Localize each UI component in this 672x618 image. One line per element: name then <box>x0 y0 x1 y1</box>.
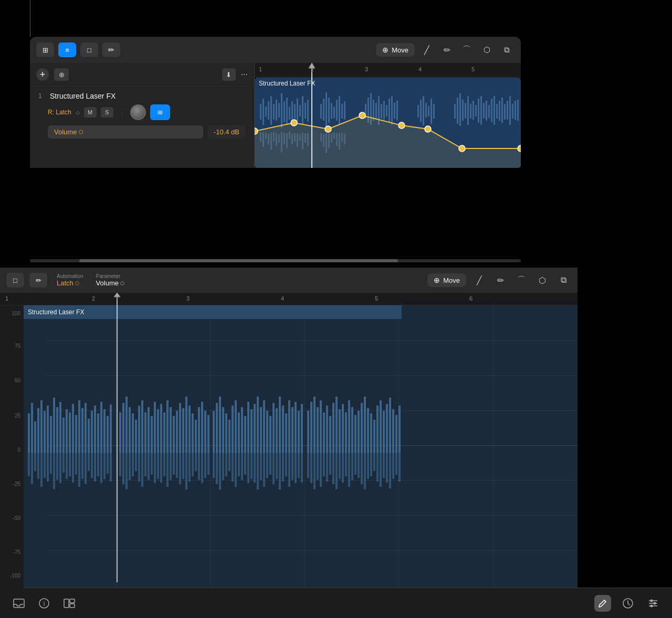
svg-rect-333 <box>364 453 366 489</box>
scrollbar-top[interactable] <box>30 259 521 262</box>
svg-rect-168 <box>201 402 203 453</box>
svg-rect-222 <box>376 406 379 453</box>
svg-rect-174 <box>222 407 224 453</box>
svg-point-357 <box>654 602 656 604</box>
bottom-window-button[interactable]: □ <box>6 273 24 287</box>
track-options-dots[interactable]: ⋮ <box>118 108 126 118</box>
volume-knob[interactable] <box>130 104 146 120</box>
svg-rect-193 <box>282 406 284 453</box>
svg-rect-82 <box>278 134 280 143</box>
parameter-value-dropdown[interactable]: Volume ⬡ <box>96 279 124 287</box>
svg-rect-202 <box>313 397 316 453</box>
bottom-track-area: 100 75 50 25 0 -25 -50 -75 -100 Structur… <box>0 305 578 589</box>
svg-rect-321 <box>326 453 328 482</box>
svg-rect-272 <box>166 453 169 487</box>
svg-rect-338 <box>380 453 382 487</box>
bottom-copy-button[interactable]: ⧉ <box>555 273 571 287</box>
pencil-button[interactable]: ✏ <box>102 42 120 57</box>
inbox-icon-btn[interactable] <box>10 595 27 612</box>
svg-rect-240 <box>59 453 61 483</box>
svg-rect-191 <box>276 408 278 453</box>
svg-rect-247 <box>81 453 83 479</box>
svg-rect-43 <box>417 105 419 118</box>
svg-rect-142 <box>119 412 121 453</box>
svg-rect-295 <box>241 453 243 480</box>
svg-point-359 <box>650 604 653 607</box>
bottom-pen-button[interactable]: ╱ <box>471 273 487 287</box>
svg-rect-52 <box>459 93 461 126</box>
info-icon-btn[interactable]: i <box>36 595 52 612</box>
latch-chevron[interactable]: ◇ <box>76 110 80 115</box>
window-button[interactable]: □ <box>80 42 98 57</box>
scrollbar-thumb-top <box>79 259 398 262</box>
move-button[interactable]: ⊕ Move <box>376 43 415 57</box>
equalizer-icon-btn[interactable] <box>645 595 662 612</box>
bottom-brush-button[interactable]: ✏ <box>492 273 508 287</box>
pencil-active-btn[interactable] <box>594 595 611 612</box>
bottom-marquee-button[interactable]: ⬡ <box>534 273 550 287</box>
svg-rect-318 <box>317 453 319 480</box>
svg-rect-341 <box>389 453 391 488</box>
svg-rect-298 <box>250 453 253 479</box>
embed-button[interactable]: ⊕ <box>54 68 69 81</box>
audio-track-top[interactable]: Structured Laser FX <box>255 78 521 168</box>
clock-icon-btn[interactable] <box>620 595 636 612</box>
layout-icon-btn[interactable] <box>61 595 78 612</box>
ruler-mark-1: 1 <box>259 66 262 72</box>
more-options-button[interactable]: ··· <box>241 70 248 79</box>
svg-rect-24 <box>331 103 332 119</box>
copy-tool-button[interactable]: ⧉ <box>499 42 514 57</box>
svg-rect-196 <box>291 407 293 453</box>
svg-rect-319 <box>320 453 322 487</box>
pen-tool-button[interactable]: ╱ <box>419 42 435 57</box>
svg-rect-208 <box>332 403 334 453</box>
svg-rect-143 <box>122 403 124 453</box>
grid-button[interactable]: ⊞ <box>36 42 54 57</box>
bottom-ruler: 1 2 3 4 5 6 <box>0 293 578 305</box>
add-track-button[interactable]: + <box>36 68 49 81</box>
svg-rect-223 <box>380 400 382 453</box>
svg-rect-66 <box>496 104 498 119</box>
curve-tool-button[interactable]: ⌒ <box>459 42 475 57</box>
volume-dropdown[interactable]: Volume ⬡ <box>48 125 203 138</box>
svg-rect-331 <box>358 453 360 478</box>
track-name: Structured Laser FX <box>50 92 116 100</box>
svg-rect-139 <box>103 409 106 453</box>
bottom-curve-button[interactable]: ⌒ <box>513 273 529 287</box>
solo-button[interactable]: S <box>101 107 113 118</box>
svg-rect-57 <box>472 101 474 120</box>
svg-rect-64 <box>491 99 492 122</box>
svg-rect-326 <box>342 453 344 483</box>
brush-tool-button[interactable]: ✏ <box>439 42 455 57</box>
svg-rect-45 <box>423 96 424 125</box>
svg-rect-37 <box>383 101 385 120</box>
svg-rect-238 <box>53 453 55 489</box>
waveform-button[interactable]: ≋ <box>150 104 170 120</box>
svg-rect-136 <box>94 406 96 453</box>
automation-value-dropdown[interactable]: Latch ⬡ <box>57 279 83 287</box>
svg-rect-27 <box>339 96 340 125</box>
svg-rect-53 <box>462 100 464 121</box>
svg-rect-186 <box>260 407 262 453</box>
svg-rect-97 <box>328 133 330 148</box>
svg-rect-62 <box>486 101 487 121</box>
automation-label: Automation <box>57 273 83 279</box>
marquee-tool-button[interactable]: ⬡ <box>479 42 495 57</box>
svg-rect-301 <box>260 453 262 480</box>
svg-rect-337 <box>376 453 379 482</box>
mute-button[interactable]: M <box>84 107 97 118</box>
svg-rect-257 <box>119 453 121 476</box>
svg-rect-187 <box>263 400 265 453</box>
svg-rect-181 <box>244 416 246 453</box>
bottom-pencil-button[interactable]: ✏ <box>29 273 47 287</box>
svg-rect-35 <box>378 96 380 125</box>
r-latch-control[interactable]: R: Latch <box>48 109 71 116</box>
svg-rect-224 <box>383 411 385 453</box>
bottom-move-button[interactable]: ⊕ Move <box>427 273 466 287</box>
svg-rect-209 <box>335 397 338 453</box>
playhead-head-bottom <box>113 292 121 300</box>
bottom-bar-left: i <box>10 595 78 612</box>
import-button[interactable]: ⬇ <box>222 68 236 81</box>
svg-rect-286 <box>213 453 215 478</box>
list-button[interactable]: ≡ <box>58 42 76 57</box>
